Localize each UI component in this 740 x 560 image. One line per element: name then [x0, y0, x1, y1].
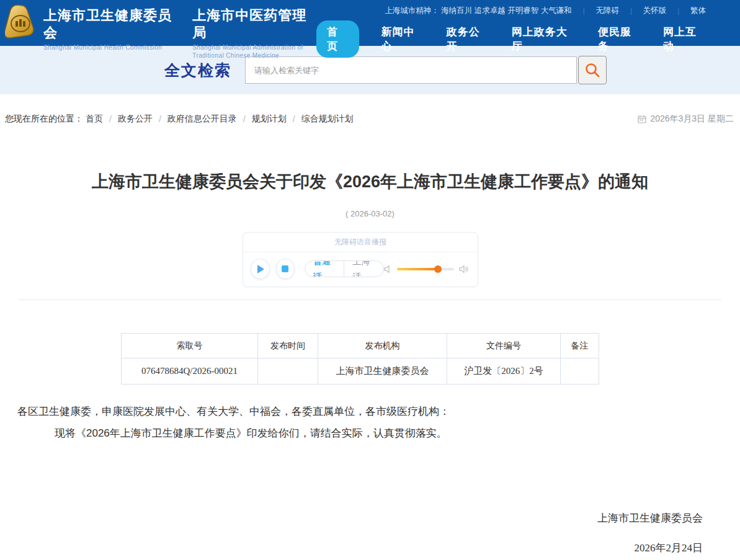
nav-gov-affairs[interactable]: 政务公开 [447, 25, 489, 53]
signature-org: 上海市卫生健康委员会 [0, 511, 703, 525]
col-doc-no: 文件编号 [447, 334, 561, 358]
breadcrumb: 您现在所在的位置： 首页 / 政务公开 / 政府信息公开目录 / 规划计划 / … [5, 113, 356, 125]
publisher-value: 上海市卫生健康委员会 [318, 358, 447, 384]
col-index-no: 索取号 [122, 334, 258, 358]
article-body: 各区卫生健康委，申康医院发展中心、有关大学、中福会，各委直属单位，各市级医疗机构… [0, 401, 740, 444]
site-logo-icon [5, 4, 36, 40]
full-text-search-label: 全文检索 [164, 60, 231, 81]
body-line-2: 现将《2026年上海市卫生健康工作要点》印发给你们，请结合实际，认真贯彻落实。 [17, 422, 740, 444]
org2-title: 上海市中医药管理局 [192, 7, 316, 42]
audio-player-title: 无障碍语音播报 [243, 233, 478, 252]
doc-no-value: 沪卫发〔2026〕2号 [447, 358, 561, 384]
audio-player-controls: 普通话 上海话 [243, 252, 478, 287]
play-button[interactable] [251, 259, 270, 279]
crumb-home[interactable]: 首页 [86, 113, 103, 125]
content-divider [19, 300, 721, 300]
volume-low-icon [384, 265, 392, 273]
meta-header-row: 索取号 发布时间 发布机构 文件编号 备注 [122, 334, 599, 358]
article-title: 上海市卫生健康委员会关于印发《2026年上海市卫生健康工作要点》的通知 [91, 168, 649, 195]
accessibility-link[interactable]: 无障碍 [595, 6, 619, 16]
index-no-value: 076478684Q/2026-00021 [122, 358, 258, 384]
site-header: 上海市卫生健康委员会 Shanghai Municipal Health Com… [0, 0, 740, 46]
audio-player: 无障碍语音播报 普通话 上海话 [243, 232, 478, 287]
org-tcm-administration: 上海市中医药管理局 Shanghai Municipal Administrat… [192, 7, 316, 60]
org2-subtitle: Shanghai Municipal Administration of Tra… [192, 43, 316, 60]
org1-subtitle: Shanghai Municipal Health Commission [43, 43, 181, 51]
city-motto: 上海城市精神： 海纳百川 追求卓越 开明睿智 大气谦和 [385, 6, 571, 16]
article-date: ( 2026-03-02) [0, 209, 740, 218]
col-remark: 备注 [561, 334, 599, 358]
breadcrumb-prefix: 您现在所在的位置： [5, 113, 83, 125]
crumb-comprehensive-planning[interactable]: 综合规划计划 [301, 113, 354, 125]
breadcrumb-row: 您现在所在的位置： 首页 / 政务公开 / 政府信息公开目录 / 规划计划 / … [0, 94, 740, 136]
document-meta-table: 索取号 发布时间 发布机构 文件编号 备注 076478684Q/2026-00… [121, 333, 599, 384]
volume-control [384, 265, 469, 273]
stop-button[interactable] [276, 259, 295, 279]
org1-title: 上海市卫生健康委员会 [43, 7, 181, 42]
remark-value [561, 358, 599, 384]
volume-knob[interactable] [434, 265, 442, 273]
search-input[interactable] [245, 56, 577, 84]
nav-online-service-hall[interactable]: 网上政务大厅 [512, 25, 576, 53]
topbar: 上海城市精神： 海纳百川 追求卓越 开明睿智 大气谦和 ｜ 无障碍 ｜ 关怀版 … [385, 6, 706, 16]
header-right: 上海城市精神： 海纳百川 追求卓越 开明睿智 大气谦和 ｜ 无障碍 ｜ 关怀版 … [316, 0, 740, 46]
volume-high-icon [459, 265, 469, 273]
topbar-separator: ｜ [581, 6, 587, 16]
org-titles: 上海市卫生健康委员会 Shanghai Municipal Health Com… [43, 4, 316, 60]
nav-public-service[interactable]: 便民服务 [598, 25, 641, 53]
search-icon [584, 62, 600, 78]
current-date: 2026年3月3日 星期二 [638, 113, 734, 125]
language-toggle: 普通话 上海话 [305, 260, 384, 277]
brand-area: 上海市卫生健康委员会 Shanghai Municipal Health Com… [0, 0, 316, 46]
meta-value-row: 076478684Q/2026-00021 上海市卫生健康委员会 沪卫发〔202… [122, 358, 599, 384]
signature-date: 2026年2月24日 [0, 541, 703, 560]
main-nav: 首页 新闻中心 政务公开 网上政务大厅 便民服务 网上互动 [316, 20, 706, 58]
body-line-1: 各区卫生健康委，申康医院发展中心、有关大学、中福会，各委直属单位，各市级医疗机构… [17, 401, 740, 422]
shanghainese-option[interactable]: 上海话 [344, 260, 383, 277]
publish-time-value [258, 358, 318, 384]
care-version-link[interactable]: 关怀版 [643, 6, 667, 16]
article-signature: 上海市卫生健康委员会 2026年2月24日 [0, 511, 740, 560]
col-publisher: 发布机构 [318, 334, 447, 358]
current-date-text: 2026年3月3日 星期二 [650, 113, 734, 125]
mandarin-option[interactable]: 普通话 [305, 260, 344, 277]
nav-home[interactable]: 首页 [316, 20, 359, 58]
topbar-separator: ｜ [628, 6, 635, 16]
nav-news-center[interactable]: 新闻中心 [381, 25, 424, 53]
crumb-info-directory[interactable]: 政府信息公开目录 [167, 113, 237, 125]
col-publish-time: 发布时间 [258, 334, 318, 358]
play-icon [257, 265, 264, 273]
nav-online-interaction[interactable]: 网上互动 [663, 25, 706, 53]
search-button[interactable] [578, 56, 607, 84]
volume-fill [397, 268, 438, 270]
traditional-chinese-link[interactable]: 繁体 [690, 6, 706, 16]
crumb-gov-affairs[interactable]: 政务公开 [118, 113, 153, 125]
org-health-commission: 上海市卫生健康委员会 Shanghai Municipal Health Com… [43, 7, 181, 60]
topbar-separator: ｜ [675, 6, 682, 16]
crumb-planning[interactable]: 规划计划 [252, 113, 287, 125]
stop-icon [282, 265, 288, 272]
volume-slider[interactable] [397, 268, 454, 270]
calendar-icon [638, 115, 646, 123]
